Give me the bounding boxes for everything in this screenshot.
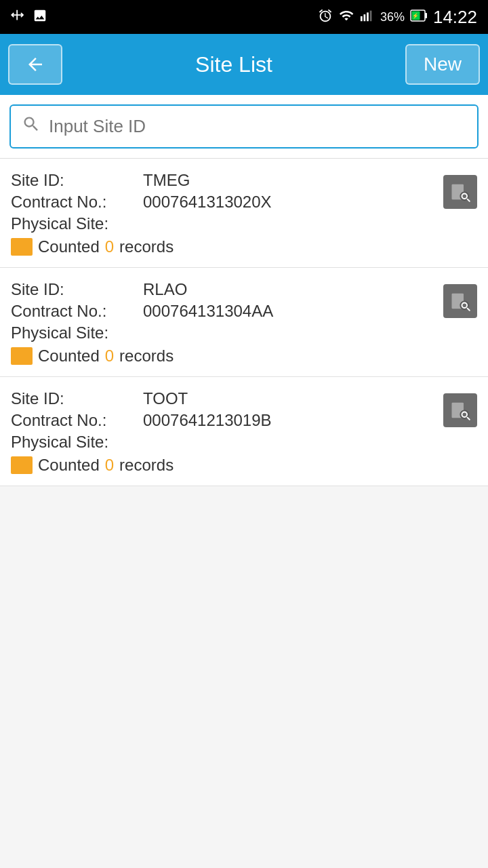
svg-rect-2: [367, 12, 369, 21]
site-list: Site ID: TMEG Contract No.: 000764131302…: [0, 159, 488, 486]
counted-records: records: [119, 237, 174, 256]
site-info: Site ID: TOOT Contract No.: 000764121301…: [11, 389, 443, 475]
site-id-label: Site ID:: [11, 389, 143, 408]
counted-number: 0: [105, 237, 114, 256]
site-id-value: RLAO: [143, 280, 187, 299]
svg-rect-5: [425, 13, 427, 18]
counted-row: Counted 0 records: [11, 237, 443, 256]
search-detail-icon[interactable]: [443, 393, 477, 427]
status-bar: 36% ⚡ 14:22: [0, 0, 488, 34]
app-bar: Site List New: [0, 34, 488, 95]
search-box[interactable]: [9, 104, 479, 149]
contract-no-value: 0007641313020X: [143, 193, 272, 212]
counted-row: Counted 0 records: [11, 347, 443, 366]
alarm-icon: [318, 8, 333, 26]
physical-site-row: Physical Site:: [11, 214, 443, 233]
site-id-label: Site ID:: [11, 171, 143, 190]
site-id-value: TOOT: [143, 389, 188, 408]
status-left-icons: [11, 8, 47, 26]
new-button[interactable]: New: [405, 44, 480, 85]
search-input[interactable]: [49, 116, 466, 137]
site-id-row: Site ID: TMEG: [11, 171, 443, 190]
status-time: 14:22: [433, 7, 477, 28]
battery-icon: ⚡: [410, 8, 428, 26]
site-item[interactable]: Site ID: TMEG Contract No.: 000764131302…: [0, 159, 488, 268]
svg-line-15: [468, 309, 470, 311]
search-detail-icon[interactable]: [443, 284, 477, 318]
back-button[interactable]: [8, 44, 62, 85]
search-container: [0, 95, 488, 159]
physical-site-label: Physical Site:: [11, 433, 143, 452]
physical-site-label: Physical Site:: [11, 323, 143, 342]
physical-site-row: Physical Site:: [11, 323, 443, 342]
svg-rect-0: [361, 16, 363, 20]
site-item[interactable]: Site ID: TOOT Contract No.: 000764121301…: [0, 377, 488, 486]
counted-label: Counted: [38, 456, 100, 475]
counted-number: 0: [105, 347, 114, 366]
counted-label: Counted: [38, 237, 100, 256]
svg-line-11: [468, 199, 470, 201]
counted-records: records: [119, 456, 174, 475]
contract-no-label: Contract No.:: [11, 193, 143, 212]
site-id-label: Site ID:: [11, 280, 143, 299]
svg-line-19: [468, 418, 470, 420]
site-info: Site ID: RLAO Contract No.: 000764131304…: [11, 280, 443, 366]
status-right-icons: 36% ⚡ 14:22: [318, 7, 477, 28]
orange-indicator: [11, 347, 33, 365]
orange-indicator: [11, 238, 33, 256]
site-id-row: Site ID: RLAO: [11, 280, 443, 299]
contract-no-value: 0007641213019B: [143, 411, 272, 430]
app-bar-title: Site List: [195, 52, 272, 77]
contract-no-row: Contract No.: 0007641213019B: [11, 411, 443, 430]
svg-rect-1: [363, 14, 365, 21]
site-info: Site ID: TMEG Contract No.: 000764131302…: [11, 171, 443, 256]
contract-no-label: Contract No.:: [11, 411, 143, 430]
search-detail-icon[interactable]: [443, 175, 477, 209]
battery-percentage: 36%: [380, 10, 405, 24]
usb-icon: [11, 8, 26, 26]
site-item[interactable]: Site ID: RLAO Contract No.: 000764131304…: [0, 268, 488, 377]
counted-number: 0: [105, 456, 114, 475]
contract-no-row: Contract No.: 000764131304AA: [11, 302, 443, 321]
counted-records: records: [119, 347, 174, 366]
counted-label: Counted: [38, 347, 100, 366]
orange-indicator: [11, 456, 33, 474]
contract-no-value: 000764131304AA: [143, 302, 273, 321]
svg-rect-3: [370, 10, 372, 21]
physical-site-label: Physical Site:: [11, 214, 143, 233]
counted-row: Counted 0 records: [11, 456, 443, 475]
contract-no-label: Contract No.:: [11, 302, 143, 321]
image-icon: [33, 8, 47, 26]
site-id-row: Site ID: TOOT: [11, 389, 443, 408]
physical-site-row: Physical Site:: [11, 433, 443, 452]
site-id-value: TMEG: [143, 171, 190, 190]
svg-text:⚡: ⚡: [412, 12, 419, 19]
contract-no-row: Contract No.: 0007641313020X: [11, 193, 443, 212]
search-icon: [22, 115, 41, 138]
signal-icon: [360, 8, 375, 26]
wifi-icon: [338, 8, 354, 26]
